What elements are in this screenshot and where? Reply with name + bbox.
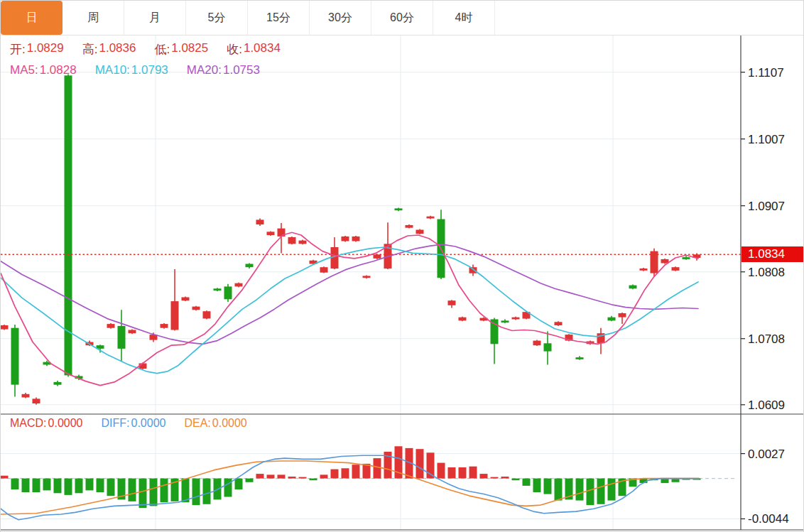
ma5-line [1, 232, 698, 385]
tab-30min[interactable]: 30分 [310, 1, 371, 35]
indicator-lines [1, 232, 741, 520]
axis-tick-label: 1.1107 [748, 66, 784, 80]
ma20-line [1, 244, 698, 344]
tab-15min[interactable]: 15分 [248, 1, 310, 35]
axis-tick-label: 1.0907 [748, 200, 785, 213]
tab-5min[interactable]: 5分 [186, 1, 248, 35]
diff-line [1, 455, 699, 520]
axis-tick-label: 1.0808 [748, 266, 785, 279]
tab-day[interactable]: 日 [1, 1, 63, 35]
trading-chart-app: { "tabs": { "items": [ {"label":"日","sel… [0, 0, 804, 532]
axis-tick-label: -0.0044 [748, 512, 789, 526]
tab-month[interactable]: 月 [124, 1, 186, 35]
tab-60min[interactable]: 60分 [371, 1, 433, 35]
axis-tick-label: 1.1007 [748, 133, 785, 146]
candlestick-chart-canvas[interactable]: 1.11071.10071.09071.08081.07081.06090.00… [1, 1, 804, 532]
axis-tick-label: 1.0708 [748, 332, 785, 346]
dea-line [1, 461, 699, 514]
timeframe-tabbar: 日 周 月 5分 15分 30分 60分 4时 [1, 1, 803, 36]
ma10-line [1, 247, 698, 374]
tab-week[interactable]: 周 [63, 1, 124, 35]
axis-tick-label: 0.0027 [748, 447, 785, 461]
candles-layer [1, 75, 701, 405]
tabbar-filler [495, 1, 803, 35]
axis-tick-label: 1.0609 [748, 398, 785, 412]
tab-4hour[interactable]: 4时 [433, 1, 495, 35]
